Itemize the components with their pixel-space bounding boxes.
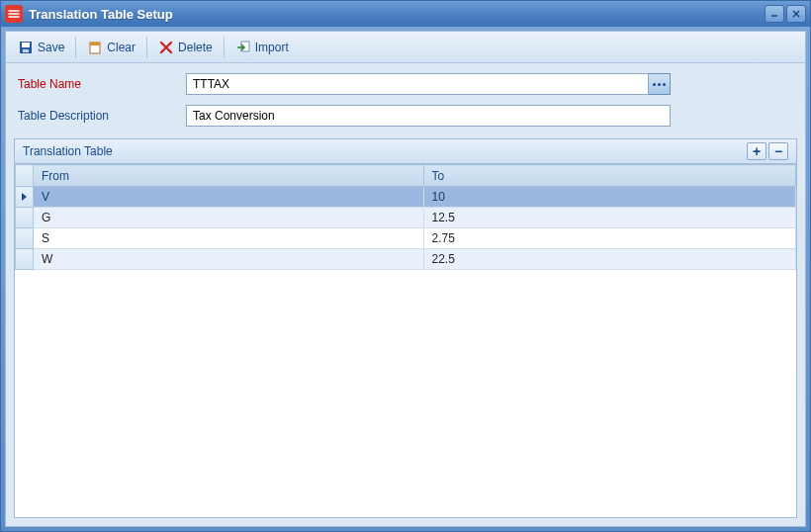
row-indicator [16,187,34,208]
ellipsis-icon [653,83,656,86]
toolbar-separator [146,37,147,58]
cell-from[interactable]: V [34,187,424,208]
remove-row-button[interactable]: − [768,142,788,160]
close-button[interactable] [786,5,806,23]
row-indicator-header [16,165,34,187]
table-row[interactable]: W 22.5 [16,249,796,270]
cell-from[interactable]: S [34,228,424,249]
minimize-icon [769,9,779,19]
clear-icon [87,40,103,55]
translation-table-panel: Translation Table + − From To [6,138,805,526]
current-row-icon [22,193,27,201]
toolbar-separator [75,37,76,58]
import-label: Import [255,41,289,54]
table-row[interactable]: V 10 [16,187,796,208]
clear-button[interactable]: Clear [79,37,143,58]
close-icon [791,9,801,19]
delete-button[interactable]: Delete [150,37,221,58]
minimize-button[interactable] [765,5,784,23]
table-name-row: Table Name [18,73,793,95]
cell-from[interactable]: G [34,208,424,228]
clear-label: Clear [107,41,135,54]
app-window: Translation Table Setup Save [0,0,811,532]
window-controls [765,5,806,23]
cell-to[interactable]: 22.5 [423,249,796,270]
svg-rect-3 [23,49,29,52]
cell-to[interactable]: 10 [423,187,796,208]
table-name-label: Table Name [18,77,186,91]
delete-label: Delete [178,41,213,54]
table-name-field-wrap [186,73,671,95]
table-row[interactable]: G 12.5 [16,208,796,228]
app-icon [5,5,23,23]
save-label: Save [38,41,64,54]
table-row[interactable]: S 2.75 [16,228,796,249]
titlebar: Translation Table Setup [1,1,810,27]
window-title: Translation Table Setup [29,7,765,22]
row-indicator [16,208,34,228]
content-wrap: Save Clear Delete [1,27,810,531]
table-desc-input[interactable] [186,105,671,127]
save-icon [18,40,34,55]
table-desc-label: Table Description [18,109,186,123]
svg-rect-5 [90,43,100,45]
row-indicator [16,228,34,249]
table-name-lookup-button[interactable] [649,73,671,95]
column-header-from[interactable]: From [34,165,424,187]
panel-title: Translation Table [23,144,745,158]
form-area: Table Name Table Description [6,63,805,138]
svg-rect-2 [22,43,30,47]
import-button[interactable]: Import [227,37,297,58]
toolbar: Save Clear Delete [6,32,805,63]
table-name-input[interactable] [186,73,649,95]
translation-grid[interactable]: From To V 10 G [14,164,797,518]
table-desc-row: Table Description [18,105,793,127]
column-header-to[interactable]: To [423,165,796,187]
save-button[interactable]: Save [10,37,72,58]
delete-icon [158,40,174,55]
row-indicator [16,249,34,270]
cell-from[interactable]: W [34,249,424,270]
toolbar-separator [224,37,225,58]
cell-to[interactable]: 2.75 [423,228,796,249]
import-icon [235,40,251,55]
panel-header: Translation Table + − [14,138,797,164]
cell-to[interactable]: 12.5 [423,208,796,228]
add-row-button[interactable]: + [747,142,766,160]
inner-panel: Save Clear Delete [5,31,806,527]
